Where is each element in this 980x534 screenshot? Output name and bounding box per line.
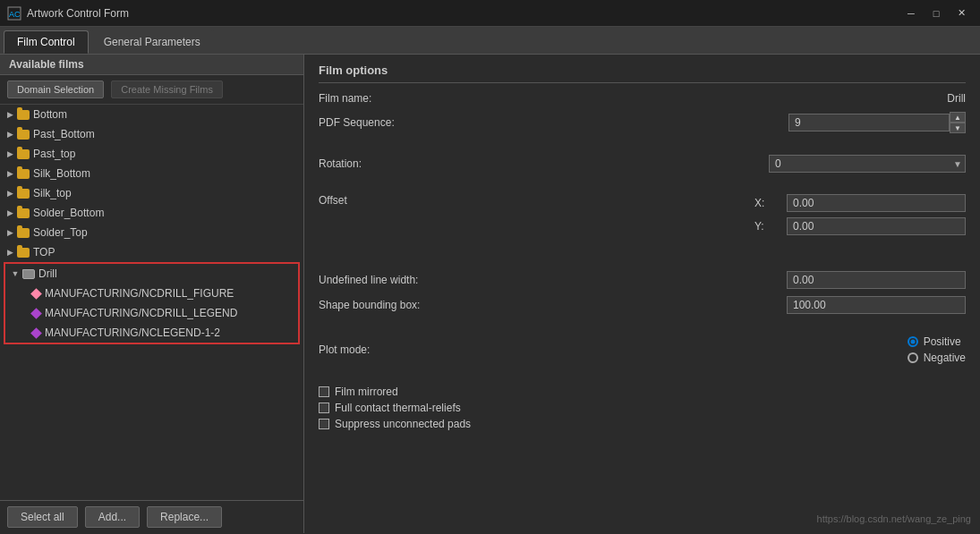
right-panel: Film options Film name: Drill PDF Sequen… (304, 55, 980, 533)
plot-mode-positive-row[interactable]: Positive (908, 335, 966, 348)
svg-text:AC: AC (9, 10, 21, 19)
folder-icon-silk-top (16, 187, 30, 199)
pdf-sequence-spinner: ▲ ▼ (788, 112, 966, 133)
offset-x-label: X: (754, 197, 781, 209)
folder-icon-silk-bottom (16, 167, 30, 180)
plot-mode-negative-radio[interactable] (908, 352, 918, 363)
film-options-header: Film options (319, 64, 966, 83)
app-icon: AC (7, 6, 21, 21)
plot-mode-radio-group: Positive Negative (908, 335, 966, 364)
film-mirrored-checkbox[interactable] (319, 386, 329, 397)
restore-button[interactable]: □ (925, 4, 948, 22)
shape-bounding-box-row: Shape bounding box: (319, 296, 966, 314)
close-button[interactable]: ✕ (950, 4, 973, 22)
film-mirrored-row: Film mirrored (319, 386, 966, 398)
folder-icon-solder-top (16, 226, 30, 239)
watermark: https://blog.csdn.net/wang_ze_ping (817, 513, 971, 524)
drill-group: ▼ Drill MANUFACTURING/NCDRILL_FIGURE MAN… (4, 262, 300, 344)
tree-item-ncdrill-legend[interactable]: MANUFACTURING/NCDRILL_LEGEND (5, 303, 298, 323)
folder-icon-drill (21, 267, 36, 280)
plot-mode-row: Plot mode: Positive Negative (319, 335, 966, 364)
domain-selection-button[interactable]: Domain Selection (7, 81, 104, 98)
undefined-line-width-input[interactable] (787, 271, 966, 289)
film-name-label: Film name: (319, 92, 480, 105)
tree-item-bottom[interactable]: ▶ Bottom (0, 105, 303, 124)
expand-silk-bottom: ▶ (4, 167, 16, 180)
expand-past-top: ▶ (4, 148, 16, 160)
folder-icon-past-top (16, 148, 30, 160)
shape-bounding-box-label: Shape bounding box: (319, 299, 480, 311)
minimize-button[interactable]: ─ (899, 4, 923, 22)
toolbar-row: Domain Selection Create Missing Films (0, 75, 303, 105)
tree-item-top[interactable]: ▶ TOP (0, 242, 303, 262)
undefined-line-width-label: Undefined line width: (319, 274, 480, 286)
tree-container: ▶ Bottom ▶ Past_Bottom ▶ Past_top ▶ Silk… (0, 105, 303, 500)
plot-mode-negative-row[interactable]: Negative (908, 352, 966, 364)
rotation-row: Rotation: 0 90 180 270 ▼ (319, 155, 966, 173)
suppress-unconnected-row: Suppress unconnected pads (319, 418, 966, 430)
rotation-label: Rotation: (319, 157, 480, 170)
folder-icon-solder-bottom (16, 207, 30, 219)
tabs-bar: Film Control General Parameters (0, 27, 980, 55)
rotation-select-wrapper: 0 90 180 270 ▼ (769, 155, 966, 173)
offset-y-input[interactable] (787, 217, 966, 235)
select-all-button[interactable]: Select all (7, 506, 78, 528)
pdf-sequence-up[interactable]: ▲ (950, 112, 966, 123)
tree-item-solder-top[interactable]: ▶ Solder_Top (0, 223, 303, 242)
rotation-select[interactable]: 0 90 180 270 (769, 155, 966, 173)
suppress-unconnected-checkbox[interactable] (319, 419, 329, 429)
main-content: Available films Domain Selection Create … (0, 55, 980, 533)
add-button[interactable]: Add... (85, 506, 140, 528)
tree-item-ncdrill-figure[interactable]: MANUFACTURING/NCDRILL_FIGURE (5, 284, 298, 303)
tree-item-past-bottom[interactable]: ▶ Past_Bottom (0, 124, 303, 144)
offset-label: Offset (319, 194, 480, 207)
tree-item-silk-bottom[interactable]: ▶ Silk_Bottom (0, 164, 303, 183)
expand-bottom: ▶ (4, 108, 16, 121)
tab-general-parameters[interactable]: General Parameters (90, 30, 214, 54)
pdf-sequence-down[interactable]: ▼ (950, 123, 966, 133)
offset-y-label: Y: (754, 220, 781, 233)
film-name-row: Film name: Drill (319, 92, 966, 105)
window-controls: ─ □ ✕ (899, 4, 973, 22)
undefined-line-width-row: Undefined line width: (319, 271, 966, 289)
tab-film-control[interactable]: Film Control (4, 30, 89, 54)
expand-silk-top: ▶ (4, 187, 16, 199)
full-contact-row: Full contact thermal-reliefs (319, 402, 966, 414)
folder-icon-bottom (16, 108, 30, 121)
title-bar: AC Artwork Control Form ─ □ ✕ (0, 0, 980, 27)
plot-mode-positive-radio[interactable] (908, 336, 918, 347)
tree-item-silk-top[interactable]: ▶ Silk_top (0, 183, 303, 203)
replace-button[interactable]: Replace... (147, 506, 222, 528)
expand-solder-bottom: ▶ (4, 207, 16, 219)
shape-bounding-box-input[interactable] (787, 296, 966, 314)
available-films-header: Available films (0, 55, 303, 75)
expand-solder-top: ▶ (4, 226, 16, 239)
pdf-sequence-row: PDF Sequence: ▲ ▼ (319, 112, 966, 133)
create-missing-films-button[interactable]: Create Missing Films (111, 81, 223, 98)
expand-top: ▶ (4, 246, 16, 259)
drill-label: Drill (947, 92, 966, 105)
tree-item-past-top[interactable]: ▶ Past_top (0, 144, 303, 164)
pdf-sequence-label: PDF Sequence: (319, 116, 480, 129)
bottom-buttons: Select all Add... Replace... (0, 500, 303, 533)
tree-item-solder-bottom[interactable]: ▶ Solder_Bottom (0, 203, 303, 223)
pdf-sequence-input[interactable] (788, 114, 950, 131)
folder-icon-past-bottom (16, 128, 30, 140)
offset-row: Offset X: Y: (319, 194, 966, 235)
plot-mode-label: Plot mode: (319, 343, 480, 356)
expand-drill: ▼ (9, 267, 21, 280)
tree-item-nclegend-1-2[interactable]: MANUFACTURING/NCLEGEND-1-2 (5, 323, 298, 343)
expand-past-bottom: ▶ (4, 128, 16, 140)
folder-icon-top (16, 246, 30, 259)
full-contact-checkbox[interactable] (319, 403, 329, 413)
left-panel: Available films Domain Selection Create … (0, 55, 304, 533)
offset-x-input[interactable] (787, 194, 966, 212)
tree-item-drill[interactable]: ▼ Drill (5, 264, 298, 284)
title-bar-text: Artwork Control Form (27, 7, 899, 20)
